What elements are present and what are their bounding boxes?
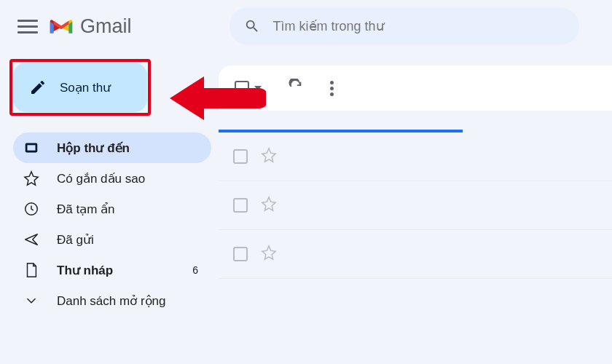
sidebar-nav: Hộp thư đến Có gắn dấu sao Đã tạm ẩn Đã … <box>13 132 211 316</box>
pencil-icon <box>29 79 47 96</box>
chevron-down-icon <box>23 293 39 309</box>
sidebar-item-sent[interactable]: Đã gửi <box>13 224 211 255</box>
star-outline-icon <box>261 196 277 212</box>
sidebar-item-inbox[interactable]: Hộp thư đến <box>13 132 211 163</box>
checkbox-icon <box>235 81 249 95</box>
mail-row[interactable] <box>219 230 612 279</box>
mail-toolbar <box>219 66 612 111</box>
sidebar-item-snoozed[interactable]: Đã tạm ẩn <box>13 194 211 224</box>
file-icon <box>23 262 39 278</box>
sidebar-item-label: Đã gửi <box>57 232 198 248</box>
mail-row[interactable] <box>219 132 612 181</box>
caret-down-icon <box>254 86 262 90</box>
sidebar-item-label: Hộp thư đến <box>57 141 198 156</box>
compose-button[interactable]: Soạn thư <box>13 63 147 112</box>
row-checkbox[interactable] <box>233 247 248 261</box>
app-name: Gmail <box>80 15 132 38</box>
search-bar[interactable] <box>230 7 579 45</box>
sidebar-item-drafts[interactable]: Thư nháp 6 <box>13 255 211 285</box>
sidebar: Soạn thư Hộp thư đến Có gắn dấu sao Đã t… <box>0 54 219 316</box>
row-star-button[interactable] <box>261 196 277 215</box>
drafts-count: 6 <box>192 264 198 276</box>
header: Gmail <box>0 0 612 54</box>
search-input[interactable] <box>273 19 565 34</box>
refresh-icon <box>288 79 304 95</box>
mail-content <box>219 54 612 316</box>
sidebar-item-label: Có gắn dấu sao <box>57 171 198 186</box>
star-outline-icon <box>261 245 277 261</box>
sidebar-item-more[interactable]: Danh sách mở rộng <box>13 285 211 316</box>
star-icon <box>23 170 39 186</box>
row-star-button[interactable] <box>261 147 277 166</box>
mail-row[interactable] <box>219 181 612 230</box>
sidebar-item-starred[interactable]: Có gắn dấu sao <box>13 163 211 194</box>
refresh-button[interactable] <box>288 79 304 98</box>
row-star-button[interactable] <box>261 245 277 264</box>
send-icon <box>23 232 39 248</box>
gmail-logo-icon <box>48 16 74 36</box>
row-checkbox[interactable] <box>233 198 248 213</box>
search-icon <box>244 18 260 34</box>
sidebar-item-label: Đã tạm ẩn <box>57 202 198 217</box>
gmail-logo[interactable]: Gmail <box>48 15 132 38</box>
sidebar-item-label: Danh sách mở rộng <box>57 293 198 309</box>
compose-label: Soạn thư <box>60 80 111 95</box>
mail-list <box>219 130 612 279</box>
sidebar-item-label: Thư nháp <box>57 263 175 278</box>
clock-icon <box>23 201 39 217</box>
star-outline-icon <box>261 147 277 163</box>
row-checkbox[interactable] <box>233 149 248 164</box>
svg-rect-1 <box>28 145 36 150</box>
more-options-button[interactable] <box>330 81 334 96</box>
inbox-icon <box>23 140 39 156</box>
select-all-checkbox[interactable] <box>235 81 262 95</box>
main-menu-icon[interactable] <box>17 16 38 36</box>
